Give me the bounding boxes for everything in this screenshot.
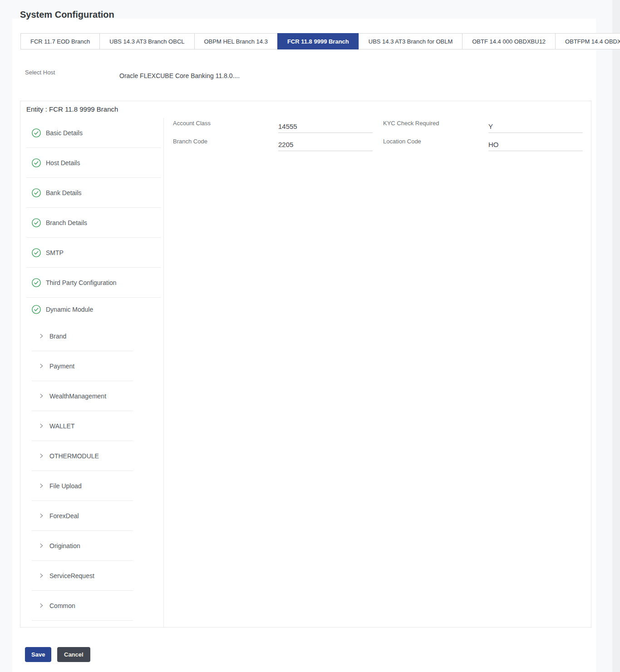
kyc-check-required-label: KYC Check Required (383, 119, 488, 133)
location-code-input[interactable]: HO (488, 137, 583, 151)
check-circle-icon (31, 304, 41, 314)
sidebar-item-wealthmanagement[interactable]: WealthManagement (26, 381, 163, 411)
sidebar-item-label: File Upload (49, 482, 82, 490)
select-host-value[interactable]: Oracle FLEXCUBE Core Banking 11.8.0.... (119, 72, 240, 79)
sidebar-item-smtp[interactable]: SMTP (26, 238, 163, 267)
check-circle-icon (31, 218, 41, 228)
tab-ubs-14-3-at3-branch-for-oblm[interactable]: UBS 14.3 AT3 Branch for OBLM (359, 33, 463, 49)
sidebar-item-common[interactable]: Common (26, 591, 163, 620)
sidebar-item-file-upload[interactable]: File Upload (26, 471, 163, 500)
sidebar-item-dynamic-module[interactable]: Dynamic Module (26, 298, 163, 321)
tab-fcr-11-8-9999-branch[interactable]: FCR 11.8 9999 Branch (277, 33, 359, 49)
check-circle-icon (31, 158, 41, 168)
chevron-right-icon (39, 363, 44, 369)
sidebar-item-brand[interactable]: Brand (26, 321, 163, 351)
form-column-gap (373, 119, 383, 133)
page-title: System Configuration (20, 10, 114, 20)
sidebar-item-label: OTHERMODULE (49, 452, 99, 460)
entity-panel-title: Entity : FCR 11.8 9999 Branch (26, 105, 118, 113)
sidebar-item-label: Third Party Configuration (46, 279, 117, 286)
chevron-right-icon (39, 393, 44, 399)
kyc-check-required-input[interactable]: Y (488, 119, 583, 133)
sidebar-item-label: Dynamic Module (46, 306, 93, 313)
sidebar-item-third-party-configuration[interactable]: Third Party Configuration (26, 268, 163, 297)
check-circle-icon (31, 248, 41, 258)
sidebar-item-label: Brand (49, 333, 66, 340)
account-class-label: Account Class (173, 119, 278, 133)
save-button[interactable]: Save (25, 647, 51, 662)
sidebar-item-label: Bank Details (46, 189, 82, 196)
sidebar-item-wallet[interactable]: WALLET (26, 411, 163, 441)
account-class-input[interactable]: 14555 (278, 119, 373, 133)
sidebar-item-host-details[interactable]: Host Details (26, 148, 163, 177)
sidebar-item-label: WALLET (49, 422, 75, 430)
branch-code-input[interactable]: 2205 (278, 137, 373, 151)
sidebar-item-label: Origination (49, 542, 80, 549)
entity-sidebar: Basic Details Host Details Bank Details … (26, 118, 164, 627)
sidebar-item-label: WealthManagement (49, 392, 106, 400)
basic-details-form: Account Class 14555 KYC Check Required Y… (173, 119, 583, 151)
sidebar-item-label: Host Details (46, 159, 80, 167)
sidebar-item-label: ForexDeal (49, 512, 79, 520)
chevron-right-icon (39, 423, 44, 429)
check-circle-icon (31, 128, 41, 138)
chevron-right-icon (39, 603, 44, 608)
sidebar-item-label: Payment (49, 363, 74, 370)
sidebar-item-othermodule[interactable]: OTHERMODULE (26, 441, 163, 471)
sidebar-item-forexdeal[interactable]: ForexDeal (26, 501, 163, 530)
sidebar-item-label: Branch Details (46, 219, 87, 226)
tab-fcr-11-7-eod-branch[interactable]: FCR 11.7 EOD Branch (20, 33, 100, 49)
tab-obtfpm-14-4-obdxbu13[interactable]: OBTFPM 14.4 OBDXBU13 (555, 33, 620, 49)
sidebar-item-label: Basic Details (46, 129, 83, 137)
chevron-right-icon (39, 333, 44, 339)
sidebar-item-label: Common (49, 602, 75, 609)
tab-ubs-14-3-at3-branch-obcl[interactable]: UBS 14.3 AT3 Branch OBCL (99, 33, 194, 49)
sidebar-item-payment[interactable]: Payment (26, 351, 163, 381)
check-circle-icon (31, 188, 41, 198)
divider (32, 620, 133, 621)
check-circle-icon (31, 278, 41, 288)
entity-tab-bar: FCR 11.7 EOD Branch UBS 14.3 AT3 Branch … (20, 33, 620, 49)
sidebar-item-bank-details[interactable]: Bank Details (26, 178, 163, 207)
sidebar-item-basic-details[interactable]: Basic Details (26, 118, 163, 147)
page-scrollbar[interactable] (612, 0, 620, 672)
tab-obtf-14-4-000-obdxbu12[interactable]: OBTF 14.4 000 OBDXBU12 (462, 33, 556, 49)
sidebar-item-branch-details[interactable]: Branch Details (26, 208, 163, 237)
chevron-right-icon (39, 543, 44, 549)
form-column-gap (373, 137, 383, 151)
chevron-right-icon (39, 453, 44, 459)
sidebar-item-label: ServiceRequest (49, 572, 94, 579)
cancel-button[interactable]: Cancel (57, 647, 90, 662)
location-code-label: Location Code (383, 137, 488, 151)
sidebar-item-origination[interactable]: Origination (26, 531, 163, 560)
chevron-right-icon (39, 483, 44, 489)
branch-code-label: Branch Code (173, 137, 278, 151)
chevron-right-icon (39, 513, 44, 519)
sidebar-item-label: SMTP (46, 249, 64, 256)
tab-obpm-hel-branch-14-3[interactable]: OBPM HEL Branch 14.3 (194, 33, 278, 49)
sidebar-item-servicerequest[interactable]: ServiceRequest (26, 561, 163, 590)
select-host-label: Select Host (25, 69, 55, 76)
entity-panel: Entity : FCR 11.8 9999 Branch Basic Deta… (20, 101, 591, 628)
chevron-right-icon (39, 573, 44, 579)
